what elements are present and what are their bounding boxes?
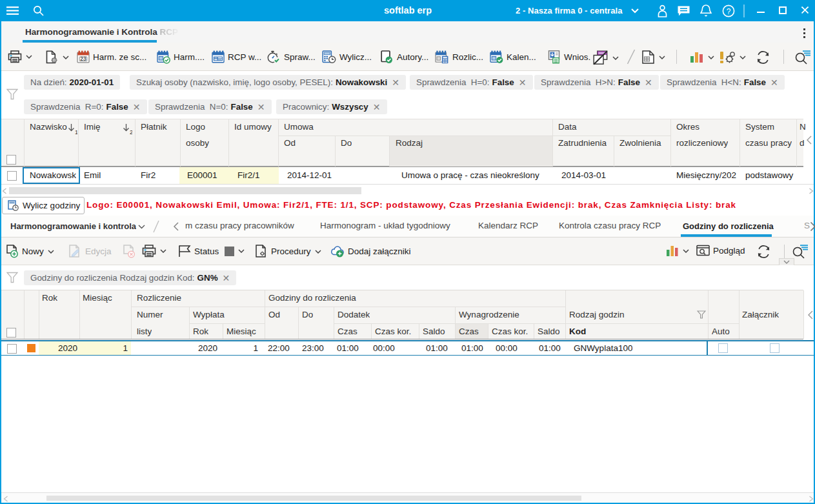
svg-text:23: 23 [80, 55, 86, 62]
svg-text:1: 1 [75, 129, 77, 135]
svg-text:?: ? [727, 7, 731, 16]
svg-text:2: 2 [130, 129, 132, 135]
